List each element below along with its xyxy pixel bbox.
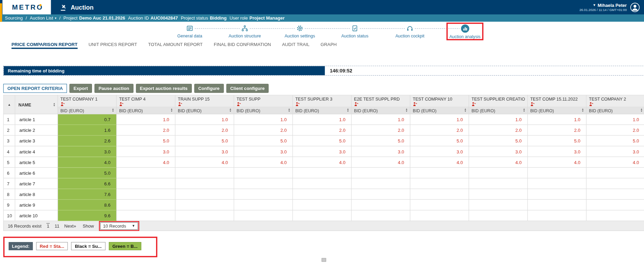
open-report-criteria-button[interactable]: OPEN REPORT CRITERIA [3, 84, 67, 93]
legend-section: Legend: Red = Sta... Black = Su... Green… [3, 237, 644, 257]
user-avatar-icon[interactable] [630, 2, 640, 12]
sort-icon[interactable]: ▲▼ [171, 108, 173, 112]
step-label[interactable]: Auction analysis [449, 34, 481, 39]
export-auction-results-button[interactable]: Export auction results [136, 84, 192, 93]
price-comparison-table: ▲ NAME▲▼ TEST COMPANY 1TEST CIMP 4TRAIN … [3, 95, 644, 221]
sort-icon[interactable]: ▲▼ [53, 103, 55, 107]
bid-column-header[interactable]: BID (EURO)▲▼ [410, 107, 469, 114]
metro-logo[interactable]: METRO [2, 0, 51, 14]
bid-cell [234, 168, 293, 178]
sort-icon[interactable]: ▲▼ [640, 108, 643, 112]
bid-column-header[interactable]: BID (EURO)▲▼ [586, 107, 644, 114]
table-row: 6article 65.0 [3, 168, 644, 178]
sort-icon[interactable]: ▲▼ [112, 108, 114, 112]
supplier-column-header: TEST COMPANY 2 [586, 95, 644, 107]
pause-auction-button[interactable]: Pause auction [94, 84, 133, 93]
supplier-name: TRAIN SUPP 15 [178, 96, 231, 101]
breadcrumb-sourcing[interactable]: Sourcing [5, 15, 23, 20]
supplier-name: TEST COMPANY 10 [413, 96, 466, 101]
row-number: 5 [3, 157, 15, 168]
article-name: article 7 [15, 178, 58, 189]
row-sort-header[interactable]: ▲ [3, 95, 15, 114]
supplier-name: TEST SUPPLIER CREATION [471, 96, 525, 101]
auction-id-value: AUC0042847 [151, 15, 178, 20]
step-auction-settings[interactable]: Auction settings [272, 24, 327, 38]
page-size-select[interactable]: 10 Records ▼ [100, 222, 138, 230]
bid-cell [293, 199, 351, 210]
table-row: 10article 109.6 [3, 210, 644, 221]
bid-column-header[interactable]: BID (EURO)▲▼ [469, 107, 527, 114]
table-row: 1article 10.71.01.01.01.01.01.01.01.01.0 [3, 114, 644, 125]
bid-cell: 4.0 [293, 157, 351, 168]
step-general-data[interactable]: General data [162, 24, 217, 38]
page-link-current[interactable]: 1 [46, 223, 50, 229]
step-auction-cockpit[interactable]: Auction cockpit [382, 24, 437, 38]
step-label[interactable]: Auction structure [229, 33, 261, 38]
tab-audit-trail[interactable]: AUDIT TRAIL [282, 42, 309, 49]
bid-column-header[interactable]: BID (EURO)▲▼ [293, 107, 351, 114]
export-button[interactable]: Export [69, 84, 92, 93]
bid-cell [410, 199, 469, 210]
table-row: 8article 87.6 [3, 189, 644, 199]
pagination-bar: 16 Records exist 1 11 Next» Show 10 Reco… [3, 221, 644, 231]
breadcrumb-auction-list-label: Auction List [30, 15, 53, 20]
user-area[interactable]: ▼ Mihaela Peter 26.01.2026 / 11:14 / GMT… [579, 2, 644, 12]
sort-up-icon[interactable]: ▲ [8, 103, 11, 106]
report-tabs: PRICE COMPARISON REPORT UNIT PRICES REPO… [0, 38, 644, 49]
sort-icon[interactable]: ▲▼ [523, 108, 525, 112]
bid-cell [469, 178, 527, 189]
user-name[interactable]: ▼ Mihaela Peter [593, 3, 627, 8]
sort-icon[interactable]: ▲▼ [288, 108, 290, 112]
sort-icon[interactable]: ▲▼ [464, 108, 467, 112]
bid-column-header[interactable]: BID (EURO)▲▼ [528, 107, 586, 114]
sort-icon[interactable]: ▲▼ [229, 108, 232, 112]
best-bid-cell: 4.0 [58, 157, 116, 168]
tab-graph[interactable]: GRAPH [320, 42, 337, 49]
scrollbar-thumb[interactable] [321, 258, 326, 262]
sort-icon[interactable]: ▲▼ [347, 108, 349, 112]
bid-header-label: BID (EURO) [530, 108, 554, 113]
bid-column-header[interactable]: BID (EURO)▲▼ [58, 107, 116, 114]
supplier-name: TEST SUPPLIER 3 [295, 96, 349, 101]
bid-column-header[interactable]: BID (EURO)▲▼ [351, 107, 410, 114]
step-label[interactable]: Auction status [341, 33, 368, 38]
bid-column-header[interactable]: BID (EURO)▲▼ [116, 107, 175, 114]
configure-button[interactable]: Configure [194, 84, 224, 93]
sort-icon[interactable]: ▲▼ [406, 108, 408, 112]
page-link-11[interactable]: 11 [55, 223, 59, 228]
auction-settings-icon [295, 24, 305, 32]
client-configure-button[interactable]: Client configure [226, 84, 269, 93]
step-label[interactable]: General data [177, 33, 202, 38]
sort-icon[interactable]: ▲▼ [582, 108, 584, 112]
top-nav: METRO Auction ▼ Mihaela Peter 26.01.2026… [0, 0, 644, 14]
step-label[interactable]: Auction cockpit [395, 33, 424, 38]
bid-cell: 4.0 [528, 157, 586, 168]
step-auction-analysis[interactable]: Auction analysis [437, 24, 492, 38]
supplier-column-header: TEST CIMP 4 [116, 95, 175, 107]
breadcrumb-auction-list[interactable]: Auction List ▾ [30, 15, 57, 20]
bid-cell: 2.0 [293, 125, 351, 135]
bid-column-header[interactable]: BID (EURO)▲▼ [175, 107, 234, 114]
step-auction-structure[interactable]: Auction structure [217, 24, 272, 38]
tab-total-amount-report[interactable]: TOTAL AMOUNT REPORT [148, 42, 203, 49]
bid-cell [293, 210, 351, 221]
bid-header-label: BID (EURO) [589, 108, 613, 113]
step-nav: General data Auction structure Auction s… [0, 22, 644, 38]
tab-price-comparison-report[interactable]: PRICE COMPARISON REPORT [12, 42, 78, 49]
bid-cell: 1.0 [469, 114, 527, 125]
step-auction-status[interactable]: Auction status [327, 24, 382, 38]
next-page-link[interactable]: Next» [64, 223, 76, 228]
bid-cell [586, 168, 644, 178]
timer-bar: Remaining time of bidding 146:09:52 [3, 66, 644, 76]
step-label[interactable]: Auction settings [284, 33, 315, 38]
bid-header-label: BID (EURO) [471, 108, 495, 113]
name-column-header[interactable]: NAME▲▼ [15, 95, 58, 114]
tab-final-bid-confirmation[interactable]: FINAL BID CONFIRMATION [214, 42, 271, 49]
bid-column-header[interactable]: BID (EURO)▲▼ [234, 107, 293, 114]
bid-cell [116, 199, 175, 210]
bid-cell [351, 189, 410, 199]
bid-cell: 3.0 [586, 146, 644, 157]
tab-unit-prices-report[interactable]: UNIT PRICES REPORT [89, 42, 137, 49]
table-row: 5article 54.04.04.04.04.04.04.04.04.04.0 [3, 157, 644, 168]
bid-cell: 4.0 [351, 157, 410, 168]
